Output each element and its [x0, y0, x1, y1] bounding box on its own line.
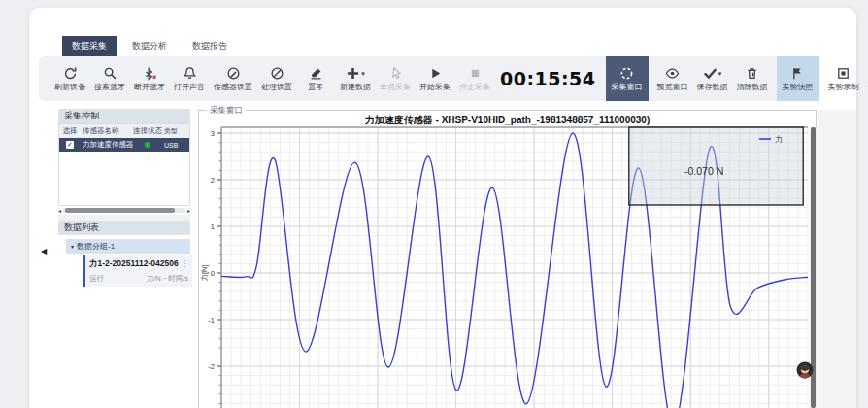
toolbar-button-label: 打开声音 — [174, 84, 205, 91]
toolbar-button-label: 保存数据 — [697, 84, 728, 91]
snapshot-icon — [790, 66, 805, 81]
col-sensor-name: 传感器名称 — [81, 126, 131, 136]
toolbar-button-label: 开始采集 — [419, 84, 451, 91]
hscroll-thumb[interactable] — [65, 208, 175, 213]
toolbar-button-search[interactable]: 搜索蓝牙 — [94, 56, 125, 101]
svg-text:-1: -1 — [208, 316, 215, 324]
data-item-status: 运行 — [89, 274, 104, 284]
eye-icon — [665, 66, 680, 81]
toolbar-button-eye[interactable]: 预览窗口 — [657, 56, 688, 101]
toolbar-button-label: 实验快照 — [783, 84, 814, 91]
toolbar: 刷新设备搜索蓝牙断开蓝牙打开声音传感器设置处理设置置零▾新建数据单点采集开始采集… — [39, 56, 814, 101]
toolbar-button-snapshot[interactable]: 实验快照 — [777, 56, 819, 101]
toolbar-right-group: 采集窗口预览窗口▾保存数据清除数据实验快照实验录制公式计算 — [606, 56, 868, 101]
toolbar-button-check[interactable]: ▾保存数据 — [697, 56, 728, 101]
sensor-name: 力加速度传感器 — [81, 140, 131, 150]
data-group-row[interactable]: ▾ 数据分组-1 — [66, 239, 190, 254]
toolbar-button-stop: 停止采集 — [459, 56, 490, 101]
toolbar-button-label: 清除数据 — [737, 84, 768, 91]
value-annotation: -0.070 N — [684, 165, 723, 177]
tab-data-analysis[interactable]: 数据分析 — [122, 36, 177, 56]
sensor-settings-icon — [226, 66, 241, 81]
toolbar-button-label: 断开蓝牙 — [134, 84, 165, 91]
data-item-axes: 力/N－时间/s — [147, 274, 188, 284]
table-hscrollbar[interactable]: ◂ ▸ — [58, 206, 190, 215]
toolbar-button-bluetooth-disconnect[interactable]: 断开蓝牙 — [134, 56, 165, 101]
waveform-svg: 3210-1-2力[N]力-0.070 N — [200, 120, 818, 408]
stop-icon — [468, 66, 483, 81]
sidebar-collapse-icon[interactable]: ◀ — [41, 247, 47, 255]
toolbar-button-gauge[interactable]: 处理设置 — [261, 56, 292, 101]
item-menu-icon[interactable]: ⋮ — [181, 258, 189, 270]
toolbar-button-record[interactable]: 实验录制 — [828, 56, 859, 101]
tab-data-report[interactable]: 数据报告 — [183, 36, 237, 56]
app-window: 数据采集 数据分析 数据报告 刷新设备搜索蓝牙断开蓝牙打开声音传感器设置处理设置… — [29, 8, 856, 408]
list-item[interactable]: 力1-2-20251112-042506 ⋮ 运行 力/N－时间/s — [83, 255, 192, 287]
status-dot — [145, 142, 150, 148]
toolbar-button-label: 搜索蓝牙 — [94, 84, 125, 91]
record-icon — [836, 66, 851, 81]
toolbar-button-bell[interactable]: 打开声音 — [174, 56, 205, 101]
toolbar-button-label: 单点采集 — [380, 84, 411, 91]
chevron-down-icon[interactable]: ▾ — [718, 70, 722, 78]
refresh-icon — [63, 66, 78, 81]
toolbar-button-plus[interactable]: ▾新建数据 — [340, 56, 371, 101]
col-type: 类型 — [164, 126, 187, 136]
svg-text:-2: -2 — [208, 362, 215, 371]
search-icon — [103, 66, 117, 81]
play-icon — [428, 66, 443, 81]
toolbar-left-group: 刷新设备搜索蓝牙断开蓝牙打开声音传感器设置处理设置置零▾新建数据单点采集开始采集… — [54, 56, 490, 101]
sensor-checkbox[interactable]: ✓ — [66, 141, 74, 149]
gauge-icon — [270, 66, 284, 81]
capture-window-groupbox: 采集窗口 力加速度传感器 - XHSP-V10HID_path_-1981348… — [198, 110, 817, 408]
svg-text:1: 1 — [211, 222, 215, 231]
chevron-down-icon[interactable]: ▾ — [361, 70, 365, 78]
toolbar-button-eraser[interactable]: 置零 — [301, 56, 331, 101]
toolbar-button-sensor-settings[interactable]: 传感器设置 — [214, 56, 252, 101]
svg-text:3: 3 — [211, 129, 215, 138]
eraser-icon — [309, 66, 323, 81]
sensor-table-header: 选择 传感器名称 连接状态 类型 — [59, 124, 189, 138]
data-item-title: 力1-2-20251112-042506 — [89, 258, 179, 270]
avatar-face-icon — [796, 361, 814, 379]
toolbar-button-label: 处理设置 — [261, 84, 292, 91]
data-list-header: 数据列表 — [58, 221, 190, 235]
scroll-right-icon[interactable]: ▸ — [187, 207, 190, 214]
assistant-avatar[interactable] — [796, 361, 814, 379]
table-row[interactable]: ✓ 力加速度传感器 USB — [59, 138, 189, 152]
main-tab-bar: 数据采集 数据分析 数据报告 — [62, 36, 237, 56]
collapse-icon[interactable]: ▾ — [71, 243, 74, 250]
toolbar-button-label: 传感器设置 — [214, 84, 252, 91]
svg-text:0: 0 — [211, 269, 215, 278]
toolbar-button-dashed-circle[interactable]: 采集窗口 — [606, 56, 649, 101]
toolbar-button-label: 新建数据 — [340, 84, 371, 91]
bell-icon — [183, 66, 197, 81]
data-list-body: ▾ 数据分组-1 力1-2-20251112-042506 ⋮ 运行 力/N－时… — [58, 235, 190, 408]
svg-text:2: 2 — [211, 176, 215, 185]
tab-data-acquisition[interactable]: 数据采集 — [62, 36, 117, 56]
plus-icon: ▾ — [346, 66, 365, 81]
toolbar-button-label: 实验录制 — [828, 84, 859, 91]
acquisition-control-header: 采集控制 — [58, 109, 190, 123]
check-icon: ▾ — [703, 66, 722, 81]
toolbar-button-pointer: 单点采集 — [380, 56, 411, 101]
toolbar-button-label: 置零 — [309, 84, 324, 91]
scroll-left-icon[interactable]: ◂ — [58, 207, 61, 214]
col-select: 选择 — [59, 126, 81, 136]
toolbar-button-label: 采集窗口 — [612, 84, 643, 91]
toolbar-button-label: 刷新设备 — [54, 84, 85, 91]
sensor-type: USB — [164, 142, 187, 149]
dashed-circle-icon — [619, 66, 634, 81]
col-connection-status: 连接状态 — [131, 126, 164, 136]
trash-icon — [745, 66, 759, 81]
svg-text:力[N]: 力[N] — [200, 264, 209, 281]
toolbar-button-label: 停止采集 — [459, 84, 490, 91]
bluetooth-disconnect-icon — [143, 66, 157, 81]
sensor-table: 选择 传感器名称 连接状态 类型 ✓ 力加速度传感器 USB — [58, 123, 190, 206]
timer-display: 00:15:54 — [500, 68, 596, 89]
toolbar-button-trash[interactable]: 清除数据 — [737, 56, 768, 101]
toolbar-button-refresh[interactable]: 刷新设备 — [54, 56, 85, 101]
hscroll-track[interactable] — [63, 208, 185, 213]
toolbar-button-play[interactable]: 开始采集 — [419, 56, 451, 101]
pointer-icon — [388, 66, 403, 81]
